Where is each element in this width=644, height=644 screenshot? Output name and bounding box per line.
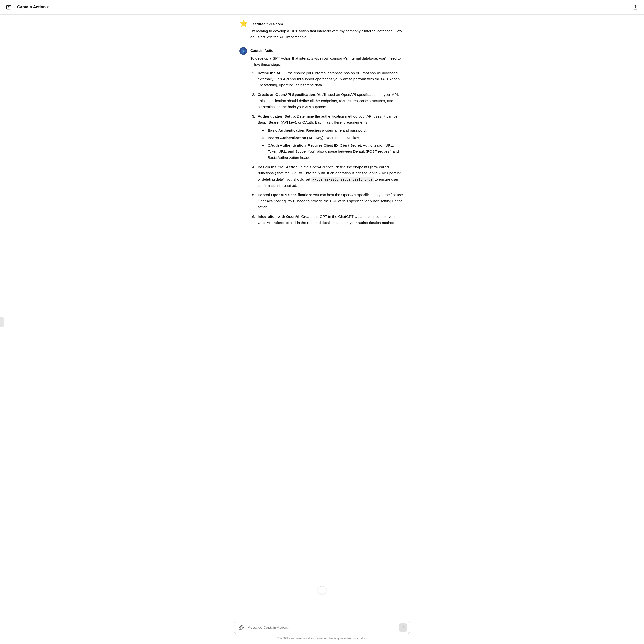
disclaimer: ChatGPT can make mistakes. Consider chec…: [5, 636, 639, 642]
step-1-title: Define the API: [258, 71, 283, 75]
svg-point-6: [243, 51, 244, 52]
step-4-title: Design the GPT Action: [258, 165, 297, 169]
assistant-message-content: Captain Action To develop a GPT Action t…: [250, 47, 405, 229]
assistant-message: Captain Action To develop a GPT Action t…: [239, 47, 405, 229]
input-wrapper: [234, 621, 410, 634]
assistant-message-body: To develop a GPT Action that interacts w…: [250, 55, 405, 226]
header: Captain Action ▾: [0, 0, 644, 15]
assistant-avatar: [239, 47, 247, 55]
message-container: ⭐ FeaturedGPTs.com I'm looking to develo…: [234, 20, 410, 229]
share-button[interactable]: [631, 3, 640, 11]
list-item: Design the GPT Action: In the OpenAPI sp…: [256, 164, 405, 189]
bullet-3-title: OAuth Authentication: [268, 143, 306, 147]
user-message: ⭐ FeaturedGPTs.com I'm looking to develo…: [239, 20, 405, 40]
user-name: FeaturedGPTs.com: [250, 21, 405, 27]
list-item: Hosted OpenAPI Specification: You can ho…: [256, 192, 405, 210]
bullet-2-body: : Requires an API key.: [324, 136, 360, 140]
send-button[interactable]: [399, 623, 407, 632]
edit-button[interactable]: [4, 3, 13, 11]
step-2-title: Create an OpenAPI Specification: [258, 93, 315, 97]
step-4-code: x-openai-isConsequential: true: [311, 177, 374, 182]
list-item: OAuth Authentication: Requires Client ID…: [266, 142, 405, 161]
message-input[interactable]: [247, 624, 397, 631]
header-title: Captain Action: [17, 5, 46, 10]
title-dropdown-button[interactable]: Captain Action ▾: [16, 4, 50, 10]
user-message-content: FeaturedGPTs.com I'm looking to develop …: [250, 20, 405, 40]
list-item: Bearer Authentication (API Key): Require…: [266, 135, 405, 141]
input-area: ChatGPT can make mistakes. Consider chec…: [0, 618, 644, 644]
step-3-title: Authentication Setup: [258, 114, 295, 118]
chat-area: ⭐ FeaturedGPTs.com I'm looking to develo…: [0, 15, 644, 618]
header-left: Captain Action ▾: [4, 3, 50, 11]
list-item: Define the API: First, ensure your inter…: [256, 70, 405, 88]
steps-list: Define the API: First, ensure your inter…: [250, 70, 405, 226]
step-6-title: Integration with OpenAI: [258, 214, 299, 218]
bullet-1-title: Basic Authentication: [268, 128, 304, 132]
attach-button[interactable]: [238, 624, 245, 631]
scroll-down-button[interactable]: [318, 586, 326, 594]
assistant-name: Captain Action: [250, 48, 405, 53]
list-item: Authentication Setup: Determine the auth…: [256, 113, 405, 161]
chat-container: ⭐ FeaturedGPTs.com I'm looking to develo…: [0, 15, 644, 618]
assistant-intro: To develop a GPT Action that interacts w…: [250, 55, 405, 68]
bullet-1-body: : Requires a username and password.: [304, 128, 367, 132]
user-avatar: ⭐: [239, 20, 247, 28]
auth-bullets: Basic Authentication: Requires a usernam…: [258, 127, 405, 161]
list-item: Basic Authentication: Requires a usernam…: [266, 127, 405, 134]
bullet-2-title: Bearer Authentication (API Key): [268, 136, 324, 140]
chevron-down-icon: ▾: [47, 5, 48, 9]
list-item: Integration with OpenAI: Create the GPT …: [256, 213, 405, 226]
step-5-title: Hosted OpenAPI Specification: [258, 193, 311, 197]
user-message-text: I'm looking to develop a GPT Action that…: [250, 28, 405, 40]
list-item: Create an OpenAPI Specification: You'll …: [256, 92, 405, 110]
